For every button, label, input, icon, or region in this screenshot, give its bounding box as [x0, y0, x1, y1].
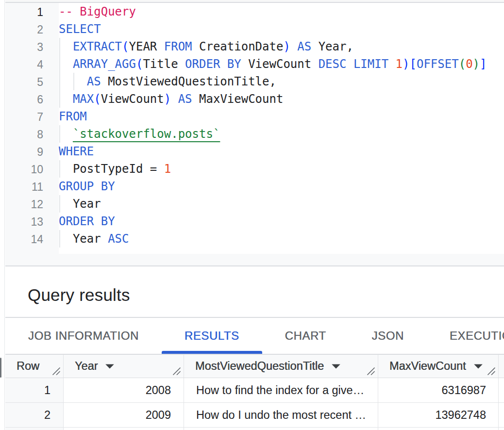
table-row-2[interactable]: 22009How do I undo the most recent …1396…	[5, 403, 504, 428]
code-line-13[interactable]: 13ORDER BY	[5, 213, 504, 230]
line-number: 6	[5, 91, 43, 108]
cell[interactable]: How to find the index for a give…	[184, 378, 378, 402]
code-token: )[	[403, 57, 417, 71]
main-panel: 1-- BigQuery2SELECT3 EXTRACT(YEAR FROM C…	[5, 0, 504, 430]
code-token: ARRAY_AGG	[73, 57, 136, 71]
code-token: ViewCount	[241, 57, 319, 71]
table-reference-link[interactable]: `stackoverflow.posts`	[73, 127, 220, 141]
tab-results[interactable]: RESULTS	[162, 318, 262, 354]
code-token: PostTypeId =	[73, 162, 164, 176]
code-line-content: ORDER BY	[59, 213, 504, 230]
code-token	[59, 92, 73, 106]
table-row-1[interactable]: 12008How to find the index for a give…63…	[5, 378, 504, 403]
tab-label: CHART	[285, 329, 326, 343]
code-line-12[interactable]: 12 Year	[5, 195, 504, 213]
results-table: RowYearMostViewedQuestionTitleMaxViewCou…	[5, 355, 504, 430]
cell[interactable]: 6316987	[378, 378, 499, 402]
cell-value: 2009	[146, 409, 171, 422]
column-header-year[interactable]: Year	[64, 355, 184, 378]
line-number: 12	[5, 196, 43, 213]
code-token	[59, 75, 87, 88]
code-token: Year	[73, 197, 101, 211]
column-header-row[interactable]: Row	[5, 355, 64, 378]
tab-json[interactable]: JSON	[349, 318, 427, 354]
code-token: Year,	[311, 40, 353, 53]
code-token	[59, 40, 73, 53]
tab-job-information[interactable]: JOB INFORMATION	[5, 318, 162, 354]
sort-arrow-icon[interactable]	[331, 364, 341, 369]
column-resize-grip-icon[interactable]	[51, 366, 62, 377]
code-line-9[interactable]: 9WHERE	[5, 143, 504, 160]
cell[interactable]: 13962748	[378, 403, 499, 427]
line-number: 13	[5, 213, 43, 231]
code-token: LIMIT	[353, 57, 388, 71]
code-line-content: FROM	[59, 108, 504, 125]
vertical-scrollbar-thumb[interactable]	[0, 358, 1, 378]
cell-value: 1	[44, 384, 50, 397]
sort-arrow-icon[interactable]	[473, 364, 483, 369]
line-number: 4	[5, 56, 43, 73]
cell[interactable]: 2009	[64, 403, 184, 427]
code-line-14[interactable]: 14 Year ASC	[5, 230, 504, 248]
column-header-maxviewcount[interactable]: MaxViewCount	[378, 355, 499, 378]
results-tab-bar: JOB INFORMATIONRESULTSCHARTJSONEXECUTION…	[5, 318, 504, 355]
cell-value: 2008	[146, 384, 171, 397]
tab-execution-details[interactable]: EXECUTION DETAILS	[427, 318, 504, 354]
line-number: 1	[5, 3, 43, 21]
line-number: 5	[5, 73, 43, 91]
column-resize-grip-icon[interactable]	[366, 366, 376, 377]
column-header-label: Row	[17, 360, 39, 373]
code-token: 1	[396, 57, 403, 71]
code-line-3[interactable]: 3 EXTRACT(YEAR FROM CreationDate) AS Yea…	[5, 38, 504, 55]
code-token: (	[94, 92, 101, 106]
code-line-6[interactable]: 6 MAX(ViewCount) AS MaxViewCount	[5, 90, 504, 108]
code-token: MAX	[73, 92, 94, 106]
sql-editor[interactable]: 1-- BigQuery2SELECT3 EXTRACT(YEAR FROM C…	[5, 3, 504, 254]
code-token: FROM	[59, 110, 87, 123]
code-line-2[interactable]: 2SELECT	[5, 20, 504, 38]
cell-value: 6316987	[442, 384, 487, 397]
code-line-8[interactable]: 8 `stackoverflow.posts`	[5, 125, 504, 143]
code-token: )	[164, 92, 171, 106]
code-token: )	[283, 40, 290, 53]
code-line-content: PostTypeId = 1	[59, 160, 504, 178]
code-line-content: WHERE	[59, 143, 504, 160]
indent-guide	[59, 160, 60, 178]
left-panel-edge	[0, 0, 5, 430]
code-line-content: -- BigQuery	[59, 3, 504, 20]
column-resize-grip-icon[interactable]	[486, 366, 497, 377]
tab-chart[interactable]: CHART	[262, 318, 349, 354]
code-token: OFFSET	[417, 57, 459, 71]
tab-label: EXECUTION DETAILS	[450, 329, 504, 343]
code-token: AS	[297, 40, 311, 53]
code-line-4[interactable]: 4 ARRAY_AGG(Title ORDER BY ViewCount DES…	[5, 55, 504, 73]
cell[interactable]: 1	[5, 378, 64, 402]
column-resize-grip-icon[interactable]	[171, 366, 182, 377]
sort-arrow-icon[interactable]	[105, 364, 115, 369]
code-line-5[interactable]: 5 AS MostViewedQuestionTitle,	[5, 73, 504, 90]
code-line-7[interactable]: 7FROM	[5, 108, 504, 125]
code-token: MostViewedQuestionTitle,	[101, 75, 276, 88]
tab-label: JOB INFORMATION	[28, 329, 139, 343]
code-line-content: MAX(ViewCount) AS MaxViewCount	[59, 90, 504, 108]
code-line-11[interactable]: 11GROUP BY	[5, 178, 504, 195]
code-token	[59, 232, 73, 246]
query-results-header: Query results	[5, 266, 504, 318]
cell[interactable]: 2008	[64, 378, 184, 402]
code-line-content: Year ASC	[59, 230, 504, 248]
column-header-label: Year	[75, 360, 98, 373]
code-line-content: `stackoverflow.posts`	[59, 125, 504, 143]
code-token	[388, 57, 395, 71]
cell[interactable]: How do I undo the most recent …	[184, 403, 378, 427]
code-line-10[interactable]: 10 PostTypeId = 1	[5, 160, 504, 178]
cell[interactable]: 2	[5, 403, 64, 427]
code-token: SELECT	[59, 22, 101, 36]
column-header-mostviewedquestiontitle[interactable]: MostViewedQuestionTitle	[184, 355, 378, 378]
code-token: ]	[480, 57, 487, 71]
code-token: DESC	[319, 57, 347, 71]
code-line-1[interactable]: 1-- BigQuery	[5, 3, 504, 20]
code-token: Year	[73, 232, 108, 246]
code-line-content: ARRAY_AGG(Title ORDER BY ViewCount DESC …	[59, 55, 504, 73]
code-token: ORDER BY	[185, 57, 241, 71]
code-token	[59, 127, 73, 141]
